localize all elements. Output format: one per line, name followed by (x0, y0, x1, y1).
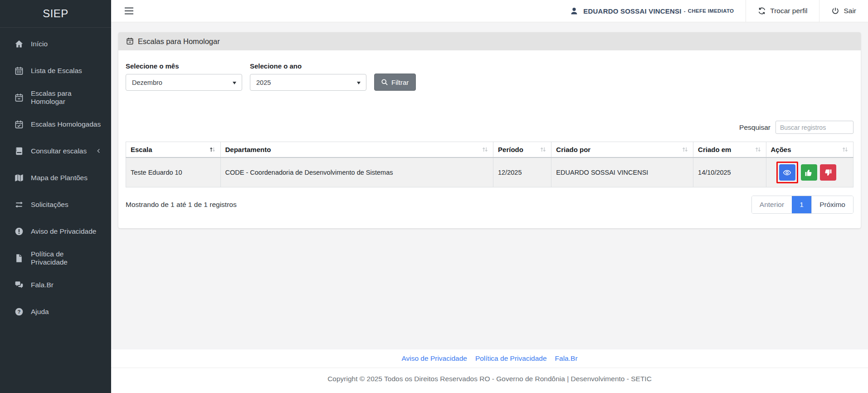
chevron-left-icon (95, 147, 102, 154)
panel-body: Selecione o mês Dezembro Selecione o ano… (118, 50, 861, 228)
question-circle-icon: ? (14, 307, 24, 317)
caret-down-icon (357, 82, 361, 84)
thumbs-down-icon (824, 168, 832, 177)
calendar-minus-icon (14, 93, 24, 103)
thumbs-up-icon (805, 168, 813, 177)
panel-title: Escalas para Homologar (138, 37, 220, 46)
sidebar-item-solicitacoes[interactable]: Solicitações (0, 191, 111, 218)
column-header-departamento[interactable]: Departamento (220, 142, 493, 158)
calendar-icon (14, 66, 24, 76)
cell-periodo: 12/2025 (493, 157, 551, 187)
sidebar-item-label: Fala.Br (31, 281, 54, 289)
caret-down-icon (233, 82, 236, 84)
file-icon (14, 253, 24, 263)
highlight-box (776, 162, 798, 183)
filtrar-button[interactable]: Filtrar (374, 74, 416, 91)
year-select[interactable]: 2025 (250, 74, 366, 91)
app-window: SIEP Início Lista de Escalas Escalas par… (0, 0, 868, 393)
search-input[interactable] (775, 121, 853, 134)
user-role: CHEFE IMEDIATO (688, 8, 734, 14)
sort-icon (682, 146, 688, 153)
trocar-perfil-button[interactable]: Trocar perfil (746, 0, 819, 22)
exclamation-circle-icon (14, 226, 24, 236)
pagination-previous[interactable]: Anterior (752, 196, 792, 213)
panel-header: Escalas para Homologar (118, 32, 861, 50)
sync-icon (758, 7, 766, 15)
sidebar-item-escalas-para-homologar[interactable]: Escalas para Homologar (0, 84, 111, 111)
footer-links: Aviso de Privacidade Política de Privaci… (111, 349, 868, 368)
sidebar-item-lista-de-escalas[interactable]: Lista de Escalas (0, 57, 111, 84)
main-area: EDUARDO SOSSAI VINCENSI - CHEFE IMEDIATO… (111, 0, 868, 393)
sair-label: Sair (844, 7, 856, 15)
sidebar-item-mapa-de-plantoes[interactable]: Mapa de Plantões (0, 164, 111, 191)
sidebar-item-consultar-escalas[interactable]: Consultar escalas (0, 138, 111, 164)
sidebar-item-label: Escalas para Homologar (31, 89, 102, 106)
sidebar-item-label: Política de Privacidade (31, 250, 102, 266)
brand-logo[interactable]: SIEP (0, 0, 111, 28)
home-icon (14, 39, 24, 49)
cell-criado-em: 14/10/2025 (693, 157, 766, 187)
table-header-row: Escala Departamento Período (126, 142, 853, 158)
column-header-escala[interactable]: Escala (126, 142, 221, 158)
calendar-minus-icon (126, 37, 134, 45)
exchange-arrows-icon (14, 200, 24, 210)
sidebar: SIEP Início Lista de Escalas Escalas par… (0, 0, 111, 393)
sair-button[interactable]: Sair (819, 0, 868, 22)
search-row: Pesquisar (126, 121, 853, 134)
user-name: EDUARDO SOSSAI VINCENSI (583, 7, 681, 15)
year-label: Selecione o ano (250, 62, 366, 70)
cell-criado-por: EDUARDO SOSSAI VINCENSI (551, 157, 693, 187)
sidebar-item-label: Escalas Homologadas (31, 120, 101, 128)
sort-asc-icon (209, 146, 216, 153)
filtrar-label: Filtrar (391, 79, 409, 86)
sort-icon (842, 146, 848, 153)
month-filter-group: Selecione o mês Dezembro (126, 62, 242, 91)
footer: Aviso de Privacidade Política de Privaci… (111, 349, 868, 393)
view-eye-button[interactable] (779, 164, 795, 181)
sort-icon (482, 146, 488, 153)
sidebar-item-aviso-de-privacidade[interactable]: Aviso de Privacidade (0, 218, 111, 245)
footer-link-fala-br[interactable]: Fala.Br (555, 354, 578, 363)
year-select-value: 2025 (256, 79, 271, 86)
sidebar-item-fala-br[interactable]: Fala.Br (0, 271, 111, 298)
book-icon (14, 146, 24, 156)
reject-thumbs-down-button[interactable] (820, 164, 836, 181)
topbar-right: EDUARDO SOSSAI VINCENSI - CHEFE IMEDIATO… (558, 0, 868, 22)
search-icon (381, 79, 388, 85)
sidebar-item-inicio[interactable]: Início (0, 30, 111, 57)
pagination-next[interactable]: Próximo (811, 196, 853, 213)
table-footer-row: Mostrando de 1 até 1 de 1 registros Ante… (126, 196, 853, 214)
user-icon (570, 6, 579, 15)
sidebar-item-ajuda[interactable]: ? Ajuda (0, 298, 111, 325)
table-row: Teste Eduardo 10 CODE - Coordenadoria de… (126, 157, 853, 187)
hamburger-menu-icon[interactable] (125, 6, 135, 16)
cell-escala: Teste Eduardo 10 (126, 157, 221, 187)
column-header-periodo[interactable]: Período (493, 142, 551, 158)
sidebar-item-politica-de-privacidade[interactable]: Política de Privacidade (0, 245, 111, 271)
approve-thumbs-up-button[interactable] (801, 164, 817, 181)
content: Escalas para Homologar Selecione o mês D… (111, 22, 868, 349)
filter-row: Selecione o mês Dezembro Selecione o ano… (126, 62, 853, 91)
month-label: Selecione o mês (126, 62, 242, 70)
pagination-page-1[interactable]: 1 (792, 196, 811, 213)
svg-text:?: ? (18, 309, 21, 314)
power-icon (831, 7, 839, 15)
footer-link-politica-de-privacidade[interactable]: Política de Privacidade (475, 354, 547, 363)
sidebar-item-label: Início (31, 40, 48, 48)
cell-departamento: CODE - Coordenadoria de Desenvolvimento … (220, 157, 493, 187)
sidebar-item-escalas-homologadas[interactable]: Escalas Homologadas (0, 111, 111, 138)
column-header-criado-em[interactable]: Criado em (693, 142, 766, 158)
sort-icon (540, 146, 546, 153)
comments-icon (14, 280, 24, 290)
month-select[interactable]: Dezembro (126, 74, 242, 91)
month-select-value: Dezembro (132, 79, 162, 86)
role-separator: - (684, 8, 686, 14)
topbar: EDUARDO SOSSAI VINCENSI - CHEFE IMEDIATO… (111, 0, 868, 22)
map-icon (14, 173, 24, 183)
column-header-acoes[interactable]: Ações (766, 142, 853, 158)
sidebar-item-label: Ajuda (31, 308, 49, 316)
sidebar-item-label: Solicitações (31, 201, 68, 209)
column-header-criado-por[interactable]: Criado por (551, 142, 693, 158)
user-menu[interactable]: EDUARDO SOSSAI VINCENSI - CHEFE IMEDIATO (558, 0, 746, 22)
footer-link-aviso-de-privacidade[interactable]: Aviso de Privacidade (401, 354, 467, 363)
